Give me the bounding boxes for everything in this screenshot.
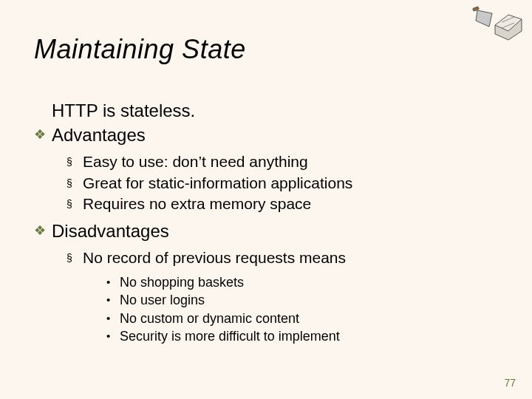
diamond-bullet-icon: ❖ (34, 123, 52, 146)
page-number: 77 (504, 377, 516, 389)
heading-text: Advantages (52, 123, 146, 146)
section-bullet-icon: § (66, 248, 83, 267)
svg-marker-4 (476, 10, 492, 27)
disadvantage-lead: § No record of previous requests means (34, 248, 485, 267)
section-bullet-icon: § (66, 152, 83, 171)
advantage-item: § Easy to use: don’t need anything (34, 152, 485, 171)
disadvantage-item: • Security is more difficult to implemen… (34, 328, 485, 345)
advantage-item: § Requires no extra memory space (34, 194, 485, 214)
disadvantage-item: • No user logins (34, 292, 485, 309)
disadvantage-text: No user logins (120, 292, 205, 309)
advantage-text: Easy to use: don’t need anything (83, 152, 308, 171)
disadvantage-text: Security is more difficult to implement (120, 328, 340, 345)
advantage-text: Great for static-information application… (83, 174, 352, 193)
advantage-item: § Great for static-information applicati… (34, 174, 485, 193)
disadvantage-item: • No shopping baskets (34, 274, 485, 291)
diamond-bullet-icon: ❖ (34, 219, 52, 242)
disadvantage-lead-text: No record of previous requests means (83, 248, 346, 267)
dot-bullet-icon: • (106, 274, 120, 291)
disadvantages-heading: ❖ Disadvantages (34, 219, 485, 242)
disadvantage-item: • No custom or dynamic content (34, 310, 485, 327)
advantage-text: Requires no extra memory space (83, 194, 311, 214)
heading-text: Disadvantages (52, 219, 169, 242)
dot-bullet-icon: • (106, 310, 120, 327)
slide: Maintaining State ❖ HTTP is stateless. ❖… (0, 0, 532, 399)
dot-bullet-icon: • (106, 328, 120, 345)
dot-bullet-icon: • (106, 292, 120, 309)
disadvantage-text: No custom or dynamic content (120, 310, 299, 327)
trowel-brick-icon (470, 6, 523, 49)
section-bullet-icon: § (66, 194, 83, 214)
intro-line: ❖ HTTP is stateless. (34, 99, 485, 122)
intro-text: HTTP is stateless. (52, 99, 195, 122)
disadvantage-text: No shopping baskets (120, 274, 244, 291)
section-bullet-icon: § (66, 174, 83, 193)
slide-title: Maintaining State (34, 34, 246, 65)
advantages-heading: ❖ Advantages (34, 123, 485, 146)
slide-body: ❖ HTTP is stateless. ❖ Advantages § Easy… (34, 99, 485, 347)
